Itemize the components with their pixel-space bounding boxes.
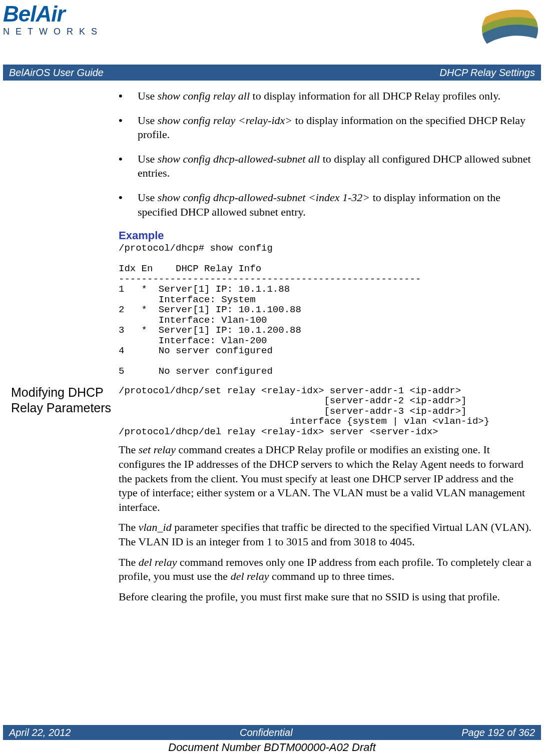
command-name: set relay: [139, 443, 176, 456]
command-name: del relay: [139, 556, 177, 568]
bullet-icon: •: [119, 114, 138, 142]
list-item: • Use show config relay all to display i…: [119, 89, 533, 104]
paragraph: The del relay command removes only one I…: [119, 555, 533, 584]
command-name: show config relay <relay-idx>: [158, 114, 292, 127]
footer-date: April 22, 2012: [9, 727, 71, 738]
brand-logo: BelAir NETWORKS: [3, 3, 92, 51]
example-code-block: /protocol/dhcp# show config Idx En DHCP …: [119, 243, 533, 377]
syntax-code-block: /protocol/dhcp/set relay <relay-idx> ser…: [119, 386, 533, 437]
section-heading: Modifying DHCP Relay Parameters: [11, 385, 119, 416]
command-name: show config dhcp-allowed-subnet all: [158, 153, 320, 165]
command-name: del relay: [231, 570, 269, 582]
paragraph: Before clearing the profile, you must fi…: [119, 590, 533, 604]
paragraph: The vlan_id parameter specifies that tra…: [119, 520, 533, 549]
header-right: DHCP Relay Settings: [440, 67, 535, 79]
swoosh-icon: [473, 2, 541, 57]
example-heading: Example: [119, 229, 533, 242]
bullet-icon: •: [119, 89, 138, 104]
brand-subname: NETWORKS: [3, 27, 92, 37]
document-number: Document Number BDTM00000-A02 Draft: [0, 741, 544, 754]
footer-confidential: Confidential: [240, 727, 293, 738]
bullet-icon: •: [119, 191, 138, 219]
footer-bar: April 22, 2012 Confidential Page 192 of …: [3, 725, 541, 740]
brand-name: BelAir: [3, 3, 92, 25]
param-name: vlan_id: [139, 521, 172, 533]
list-item: • Use show config dhcp-allowed-subnet al…: [119, 152, 533, 181]
list-item: • Use show config relay <relay-idx> to d…: [119, 114, 533, 142]
command-name: show config dhcp-allowed-subnet <index 1…: [158, 191, 370, 204]
bullet-icon: •: [119, 152, 138, 181]
bullet-list: • Use show config relay all to display i…: [119, 89, 533, 219]
list-item: • Use show config dhcp-allowed-subnet <i…: [119, 191, 533, 219]
paragraph: The set relay command creates a DHCP Rel…: [119, 443, 533, 514]
footer-page: Page 192 of 362: [461, 727, 535, 738]
command-name: show config relay all: [158, 90, 250, 102]
header-bar: BelAirOS User Guide DHCP Relay Settings: [3, 65, 541, 81]
header-left: BelAirOS User Guide: [9, 67, 104, 79]
